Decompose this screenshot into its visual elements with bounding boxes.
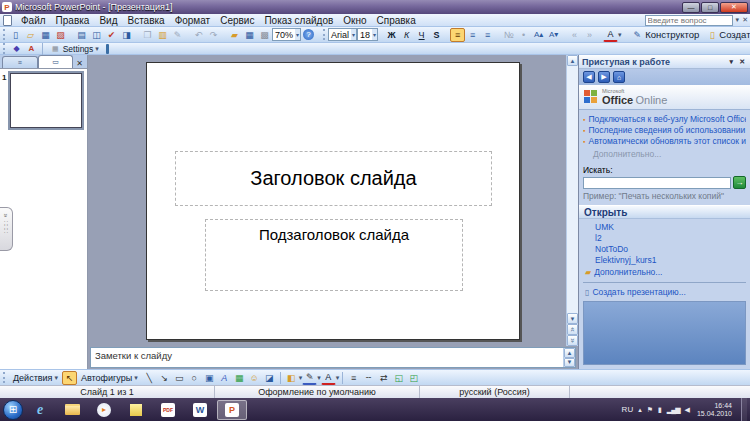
search-go-icon[interactable]: → — [733, 176, 746, 189]
slide-editor-area[interactable]: Заголовок слайда Подзаголовок слайда — [88, 55, 566, 346]
formatting-toolbar-grip[interactable] — [323, 29, 325, 40]
copy-icon[interactable]: ❐ — [140, 28, 155, 42]
help-button[interactable]: ? — [301, 28, 316, 42]
diagram-icon[interactable]: ▦ — [232, 371, 247, 385]
home-icon[interactable]: ⌂ — [613, 71, 625, 83]
previous-slide-icon[interactable]: « — [567, 324, 578, 335]
start-button[interactable]: ⊞ — [3, 400, 23, 420]
addin-toolbar-grip[interactable] — [3, 43, 6, 54]
status-language[interactable]: русский (Россия) — [420, 386, 570, 398]
bullets-icon[interactable]: • — [516, 28, 531, 42]
decrease-font-icon[interactable]: A▾ — [546, 28, 561, 42]
print-preview-icon[interactable]: ◫ — [89, 28, 104, 42]
align-left-icon[interactable]: ≡ — [450, 28, 465, 42]
presentation-doc-icon[interactable] — [3, 15, 12, 26]
question-input[interactable] — [645, 15, 733, 26]
clipart-icon[interactable]: ☺ — [247, 371, 262, 385]
line-style-icon[interactable]: ≡ — [346, 371, 361, 385]
addin-icon-2[interactable]: A — [24, 44, 39, 54]
paste-icon[interactable]: ▥ — [155, 28, 170, 42]
menubar-close-icon[interactable]: ✕ — [742, 16, 748, 24]
slide-thumbnail[interactable] — [10, 73, 82, 128]
draw-actions-button[interactable]: Действия ▾ — [9, 371, 62, 385]
fill-color-icon[interactable]: ◧ — [284, 371, 299, 385]
font-size-combo[interactable]: 18 ▾ — [357, 28, 378, 41]
italic-button[interactable]: К — [399, 28, 414, 42]
threed-style-icon[interactable]: ◰ — [406, 371, 421, 385]
draw-font-color-icon[interactable]: A — [321, 371, 336, 385]
slide-title-placeholder[interactable]: Заголовок слайда — [175, 151, 492, 206]
recent-file-umk[interactable]: UMK — [595, 222, 750, 233]
insert-chart-icon[interactable]: ▰ — [227, 28, 242, 42]
menu-help[interactable]: Справка — [372, 15, 421, 26]
notes-scroll-down-icon[interactable]: ▼ — [564, 358, 575, 368]
text-box-icon[interactable]: ▣ — [202, 371, 217, 385]
taskbar-ie-button[interactable]: e — [25, 400, 55, 420]
oval-tool-icon[interactable]: ○ — [187, 371, 202, 385]
close-button[interactable]: ✕ — [720, 2, 748, 13]
line-color-icon[interactable]: ✎ — [302, 371, 317, 385]
bold-button[interactable]: Ж — [384, 28, 399, 42]
menu-view[interactable]: Вид — [94, 15, 122, 26]
language-indicator[interactable]: RU — [622, 405, 634, 414]
insert-picture-icon[interactable]: ◪ — [262, 371, 277, 385]
network-icon[interactable]: ▂▄▆ — [667, 406, 680, 414]
tab-slides[interactable]: ▭ — [38, 55, 74, 68]
zoom-combo[interactable]: 70% ▾ — [272, 28, 301, 41]
save-icon[interactable]: ▦ — [38, 28, 53, 42]
insert-table-icon[interactable]: ▦ — [242, 28, 257, 42]
forward-icon[interactable]: ▶ — [598, 71, 610, 83]
link-latest-info[interactable]: Последние сведения об использовании Powe… — [588, 125, 746, 136]
show-desktop-button[interactable] — [741, 398, 747, 421]
menu-tools[interactable]: Сервис — [215, 15, 259, 26]
taskbar-pdf-button[interactable]: PDF — [153, 400, 183, 420]
taskbar-powerpoint-button[interactable]: P — [217, 400, 247, 420]
taskbar-clock[interactable]: 16:44 15.04.2010 — [697, 402, 732, 418]
addin-icon-1[interactable]: ◆ — [9, 44, 24, 54]
redo-icon[interactable]: ↷ — [206, 28, 221, 42]
undo-icon[interactable]: ↶ — [191, 28, 206, 42]
menu-window[interactable]: Окно — [338, 15, 371, 26]
font-color-dropdown-icon[interactable]: ▾ — [618, 31, 622, 39]
scroll-up-icon[interactable]: ▲ — [567, 55, 578, 66]
status-design-info[interactable]: Оформление по умолчанию — [215, 386, 420, 398]
taskbar-word-button[interactable]: W — [185, 400, 215, 420]
line-tool-icon[interactable]: ╲ — [142, 371, 157, 385]
settings-button[interactable]: ▦ Settings ▾ — [46, 42, 103, 56]
arrow-tool-icon[interactable]: ↘ — [157, 371, 172, 385]
align-center-icon[interactable]: ≡ — [465, 28, 480, 42]
font-color-icon[interactable]: A — [603, 28, 618, 42]
decrease-indent-icon[interactable]: « — [567, 28, 582, 42]
taskbar-explorer-button[interactable] — [57, 400, 87, 420]
numbering-icon[interactable]: № — [501, 28, 516, 42]
menu-edit[interactable]: Правка — [51, 15, 95, 26]
font-size-dropdown-icon[interactable]: ▾ — [372, 29, 377, 40]
toolbar-grip[interactable] — [3, 29, 5, 40]
drawing-toolbar-grip[interactable] — [3, 372, 6, 383]
autoshapes-button[interactable]: Автофигуры ▾ — [77, 371, 142, 385]
increase-indent-icon[interactable]: » — [582, 28, 597, 42]
open-icon[interactable]: ▱ — [23, 28, 38, 42]
search-input[interactable] — [583, 177, 731, 189]
editor-scrollbar[interactable]: ▲ ▼ « » — [566, 55, 578, 346]
recent-file-nottodo[interactable]: NotToDo — [595, 244, 750, 255]
print-icon[interactable]: ▤ — [74, 28, 89, 42]
new-document-icon[interactable]: ▯ — [8, 28, 23, 42]
dash-style-icon[interactable]: ╌ — [361, 371, 376, 385]
create-presentation-link[interactable]: Создать презентацию... — [592, 287, 685, 298]
tab-outline[interactable]: ≡ — [2, 56, 38, 68]
shadow-style-icon[interactable]: ◱ — [391, 371, 406, 385]
show-grid-icon[interactable]: ▩ — [257, 28, 272, 42]
pane-close-icon[interactable]: ✕ — [73, 59, 86, 68]
menu-file[interactable]: Файл — [16, 15, 51, 26]
font-name-combo[interactable]: Arial ▾ — [328, 28, 357, 41]
slide-subtitle-placeholder[interactable]: Подзаголовок слайда — [205, 219, 463, 291]
new-slide-button[interactable]: ▯ Создать слайд — [703, 28, 750, 42]
spelling-icon[interactable]: ✔ — [104, 28, 119, 42]
back-icon[interactable]: ◀ — [583, 71, 595, 83]
slide-design-button[interactable]: ✎ Конструктор — [628, 28, 704, 42]
menu-insert[interactable]: Вставка — [122, 15, 169, 26]
chevron-down-icon[interactable]: ▾ — [736, 16, 740, 24]
scroll-down-icon[interactable]: ▼ — [567, 313, 578, 324]
underline-button[interactable]: Ч — [414, 28, 429, 42]
